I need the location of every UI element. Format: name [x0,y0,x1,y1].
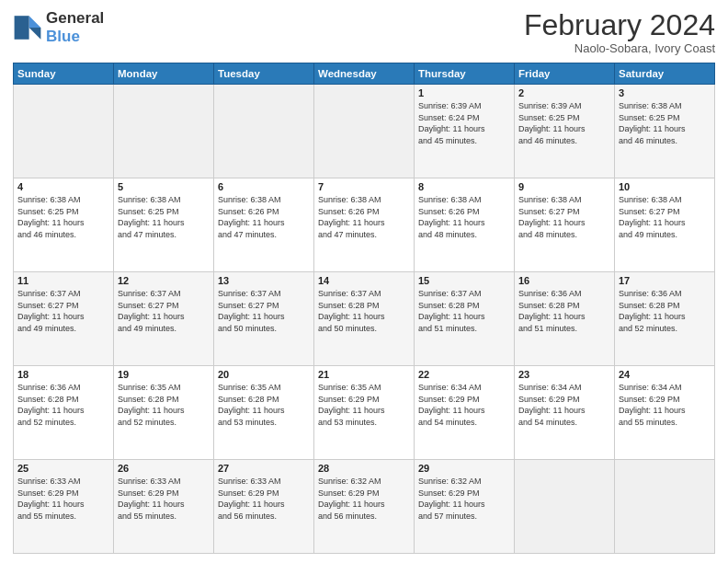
calendar-cell: 1Sunrise: 6:39 AMSunset: 6:24 PMDaylight… [415,85,515,178]
calendar-cell [214,85,314,178]
day-number: 27 [218,463,310,474]
day-number: 23 [518,369,610,380]
calendar-cell: 16Sunrise: 6:36 AMSunset: 6:28 PMDayligh… [515,272,615,366]
day-number: 19 [118,369,210,380]
title-block: February 2024 Naolo-Sobara, Ivory Coast [524,9,715,55]
calendar-cell: 12Sunrise: 6:37 AMSunset: 6:27 PMDayligh… [114,272,214,366]
calendar-cell [114,85,214,178]
calendar-cell: 4Sunrise: 6:38 AMSunset: 6:25 PMDaylight… [14,178,114,272]
calendar-cell [515,460,615,554]
calendar-cell: 23Sunrise: 6:34 AMSunset: 6:29 PMDayligh… [515,366,615,460]
day-info: Sunrise: 6:33 AMSunset: 6:29 PMDaylight:… [218,476,310,522]
svg-rect-2 [15,16,29,40]
calendar-cell [14,85,114,178]
page: General Blue February 2024 Naolo-Sobara,… [0,0,728,563]
calendar-cell: 10Sunrise: 6:38 AMSunset: 6:27 PMDayligh… [615,178,715,272]
calendar-cell: 15Sunrise: 6:37 AMSunset: 6:28 PMDayligh… [415,272,515,366]
weekday-header-friday: Friday [515,63,615,85]
day-number: 26 [118,463,210,474]
calendar-table: SundayMondayTuesdayWednesdayThursdayFrid… [13,63,715,554]
day-info: Sunrise: 6:34 AMSunset: 6:29 PMDaylight:… [619,382,711,428]
calendar-cell: 17Sunrise: 6:36 AMSunset: 6:28 PMDayligh… [615,272,715,366]
header: General Blue February 2024 Naolo-Sobara,… [13,9,715,55]
calendar-cell: 24Sunrise: 6:34 AMSunset: 6:29 PMDayligh… [615,366,715,460]
weekday-header-sunday: Sunday [14,63,114,85]
day-number: 14 [318,275,410,286]
day-info: Sunrise: 6:37 AMSunset: 6:27 PMDaylight:… [218,288,310,334]
day-number: 5 [118,181,210,192]
day-info: Sunrise: 6:38 AMSunset: 6:26 PMDaylight:… [218,194,310,240]
day-number: 22 [418,369,510,380]
day-info: Sunrise: 6:34 AMSunset: 6:29 PMDaylight:… [418,382,510,428]
day-number: 11 [17,275,109,286]
week-row-2: 4Sunrise: 6:38 AMSunset: 6:25 PMDaylight… [14,178,715,272]
day-number: 6 [218,181,310,192]
day-number: 18 [17,369,109,380]
svg-marker-1 [29,28,41,40]
day-info: Sunrise: 6:36 AMSunset: 6:28 PMDaylight:… [518,288,610,334]
day-number: 24 [619,369,711,380]
day-info: Sunrise: 6:36 AMSunset: 6:28 PMDaylight:… [619,288,711,334]
day-info: Sunrise: 6:38 AMSunset: 6:25 PMDaylight:… [118,194,210,240]
logo-text: General Blue [46,9,104,46]
week-row-5: 25Sunrise: 6:33 AMSunset: 6:29 PMDayligh… [14,460,715,554]
calendar-cell: 19Sunrise: 6:35 AMSunset: 6:28 PMDayligh… [114,366,214,460]
calendar-cell: 13Sunrise: 6:37 AMSunset: 6:27 PMDayligh… [214,272,314,366]
weekday-header-thursday: Thursday [415,63,515,85]
day-info: Sunrise: 6:35 AMSunset: 6:28 PMDaylight:… [218,382,310,428]
day-info: Sunrise: 6:37 AMSunset: 6:27 PMDaylight:… [118,288,210,334]
day-info: Sunrise: 6:33 AMSunset: 6:29 PMDaylight:… [118,476,210,522]
day-number: 3 [619,87,711,98]
day-info: Sunrise: 6:33 AMSunset: 6:29 PMDaylight:… [17,476,109,522]
logo: General Blue [13,9,104,46]
week-row-1: 1Sunrise: 6:39 AMSunset: 6:24 PMDaylight… [14,85,715,178]
day-number: 20 [218,369,310,380]
day-number: 8 [418,181,510,192]
day-number: 21 [318,369,410,380]
calendar-cell: 3Sunrise: 6:38 AMSunset: 6:25 PMDaylight… [615,85,715,178]
day-number: 2 [518,87,610,98]
day-number: 28 [318,463,410,474]
day-number: 29 [418,463,510,474]
calendar-cell: 7Sunrise: 6:38 AMSunset: 6:26 PMDaylight… [314,178,415,272]
calendar-cell: 2Sunrise: 6:39 AMSunset: 6:25 PMDaylight… [515,85,615,178]
day-number: 9 [518,181,610,192]
day-info: Sunrise: 6:39 AMSunset: 6:25 PMDaylight:… [518,100,610,146]
day-number: 7 [318,181,410,192]
day-info: Sunrise: 6:35 AMSunset: 6:28 PMDaylight:… [118,382,210,428]
calendar-cell: 27Sunrise: 6:33 AMSunset: 6:29 PMDayligh… [214,460,314,554]
calendar-cell: 5Sunrise: 6:38 AMSunset: 6:25 PMDaylight… [114,178,214,272]
calendar-cell: 26Sunrise: 6:33 AMSunset: 6:29 PMDayligh… [114,460,214,554]
day-info: Sunrise: 6:36 AMSunset: 6:28 PMDaylight:… [17,382,109,428]
day-info: Sunrise: 6:39 AMSunset: 6:24 PMDaylight:… [418,100,510,146]
day-info: Sunrise: 6:37 AMSunset: 6:28 PMDaylight:… [318,288,410,334]
day-number: 10 [619,181,711,192]
calendar-cell: 21Sunrise: 6:35 AMSunset: 6:29 PMDayligh… [314,366,415,460]
day-number: 16 [518,275,610,286]
day-number: 17 [619,275,711,286]
calendar-cell: 11Sunrise: 6:37 AMSunset: 6:27 PMDayligh… [14,272,114,366]
location: Naolo-Sobara, Ivory Coast [524,41,715,55]
calendar-cell: 8Sunrise: 6:38 AMSunset: 6:26 PMDaylight… [415,178,515,272]
calendar-cell: 6Sunrise: 6:38 AMSunset: 6:26 PMDaylight… [214,178,314,272]
day-info: Sunrise: 6:38 AMSunset: 6:26 PMDaylight:… [318,194,410,240]
logo-icon [13,13,42,42]
calendar-cell: 20Sunrise: 6:35 AMSunset: 6:28 PMDayligh… [214,366,314,460]
weekday-header-wednesday: Wednesday [314,63,415,85]
calendar-cell: 25Sunrise: 6:33 AMSunset: 6:29 PMDayligh… [14,460,114,554]
day-info: Sunrise: 6:38 AMSunset: 6:27 PMDaylight:… [619,194,711,240]
day-number: 1 [418,87,510,98]
day-info: Sunrise: 6:38 AMSunset: 6:27 PMDaylight:… [518,194,610,240]
weekday-header-saturday: Saturday [615,63,715,85]
day-info: Sunrise: 6:38 AMSunset: 6:26 PMDaylight:… [418,194,510,240]
day-info: Sunrise: 6:34 AMSunset: 6:29 PMDaylight:… [518,382,610,428]
day-info: Sunrise: 6:32 AMSunset: 6:29 PMDaylight:… [418,476,510,522]
day-info: Sunrise: 6:38 AMSunset: 6:25 PMDaylight:… [619,100,711,146]
weekday-header-row: SundayMondayTuesdayWednesdayThursdayFrid… [14,63,715,85]
svg-marker-0 [29,16,41,28]
day-info: Sunrise: 6:38 AMSunset: 6:25 PMDaylight:… [17,194,109,240]
day-number: 15 [418,275,510,286]
day-info: Sunrise: 6:37 AMSunset: 6:27 PMDaylight:… [17,288,109,334]
weekday-header-monday: Monday [114,63,214,85]
day-info: Sunrise: 6:32 AMSunset: 6:29 PMDaylight:… [318,476,410,522]
